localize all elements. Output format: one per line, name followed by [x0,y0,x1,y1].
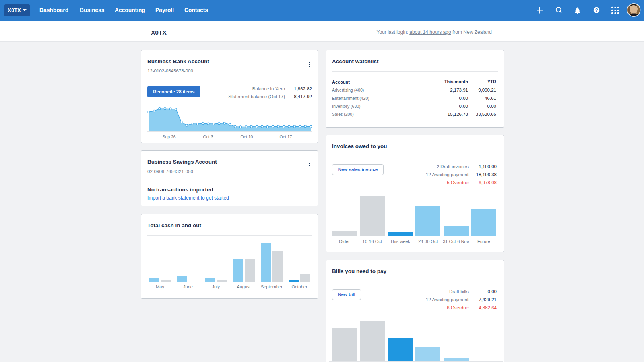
svg-text:?: ? [595,8,598,12]
